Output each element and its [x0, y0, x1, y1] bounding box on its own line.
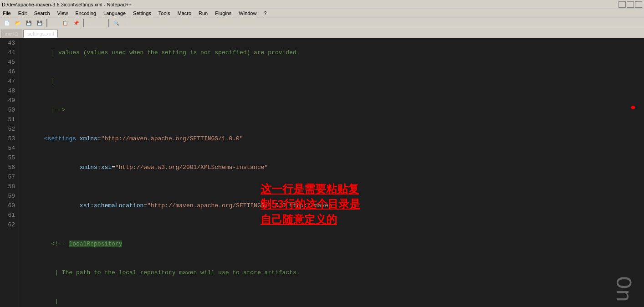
menu-settings[interactable]: Settings: [131, 10, 153, 16]
minimize-button[interactable]: ─: [618, 1, 626, 8]
title-bar: D:\dev\apache-maven-3.6.3\conf\settings.…: [0, 0, 644, 9]
menu-bar: File Edit Search View Encoding Language …: [0, 9, 644, 17]
code-line-48: xsi:schemaLocation="http://maven.apache.…: [23, 182, 640, 220]
paste-button[interactable]: 📌: [71, 19, 81, 28]
menu-language[interactable]: Language: [102, 10, 128, 16]
save-button[interactable]: 💾: [24, 19, 34, 28]
maximize-button[interactable]: □: [627, 1, 634, 8]
zoom-out-button[interactable]: -: [133, 19, 143, 28]
new-button[interactable]: 📄: [2, 19, 12, 28]
code-line-45: |-->: [23, 96, 640, 124]
editor: 43 44 45 46 47 48 49 50 51 52 53 54 55 5…: [0, 38, 644, 307]
code-line-50: | The path to the local repository maven…: [23, 258, 640, 287]
redo-button[interactable]: ↪: [97, 19, 107, 28]
code-line-43: | values (values used when the setting i…: [23, 38, 640, 67]
menu-help[interactable]: ?: [262, 10, 268, 16]
separator-3: [108, 19, 109, 27]
undo-button[interactable]: ↩: [86, 19, 96, 28]
menu-edit[interactable]: Edit: [16, 10, 29, 16]
menu-macro[interactable]: Macro: [175, 10, 193, 16]
separator-2: [83, 19, 84, 27]
code-line-51: |: [23, 287, 640, 307]
code-line-44: |: [23, 67, 640, 96]
window-title: D:\dev\apache-maven-3.6.3\conf\settings.…: [2, 2, 132, 7]
close-button[interactable]: ✕: [635, 1, 642, 8]
zoom-in-button[interactable]: +: [122, 19, 132, 28]
menu-view[interactable]: View: [56, 10, 70, 16]
menu-tools[interactable]: Tools: [157, 10, 172, 16]
line-numbers: 43 44 45 46 47 48 49 50 51 52 53 54 55 5…: [0, 38, 19, 307]
code-line-49: <!-- localRepository: [23, 220, 640, 258]
cut-button[interactable]: ✂: [49, 19, 59, 28]
separator-1: [46, 19, 47, 27]
save-all-button[interactable]: 💾: [35, 19, 45, 28]
menu-file[interactable]: File: [1, 10, 13, 16]
open-button[interactable]: 📂: [13, 19, 23, 28]
menu-plugins[interactable]: Plugins: [213, 10, 233, 16]
toolbar: 📄 📂 💾 💾 ✂ 📋 📌 ↩ ↪ 🔍 + -: [0, 17, 644, 29]
menu-encoding[interactable]: Encoding: [73, 10, 98, 16]
tabs-bar: ser.IO settings.xml: [0, 29, 644, 38]
menu-run[interactable]: Run: [197, 10, 210, 16]
window-controls[interactable]: ─ □ ✕: [618, 1, 642, 8]
copy-button[interactable]: 📋: [60, 19, 70, 28]
menu-search[interactable]: Search: [32, 10, 52, 16]
menu-window[interactable]: Window: [237, 10, 258, 16]
tab-ser-io[interactable]: ser.IO: [1, 30, 22, 38]
code-line-47: xmlns:xsi="http://www.w3.org/2001/XMLSch…: [23, 153, 640, 182]
code-line-46: <settings xmlns="http://maven.apache.org…: [23, 124, 640, 153]
tab-settings-xml[interactable]: settings.xml: [23, 30, 58, 38]
find-button[interactable]: 🔍: [111, 19, 121, 28]
code-area[interactable]: | values (values used when the setting i…: [19, 38, 644, 307]
